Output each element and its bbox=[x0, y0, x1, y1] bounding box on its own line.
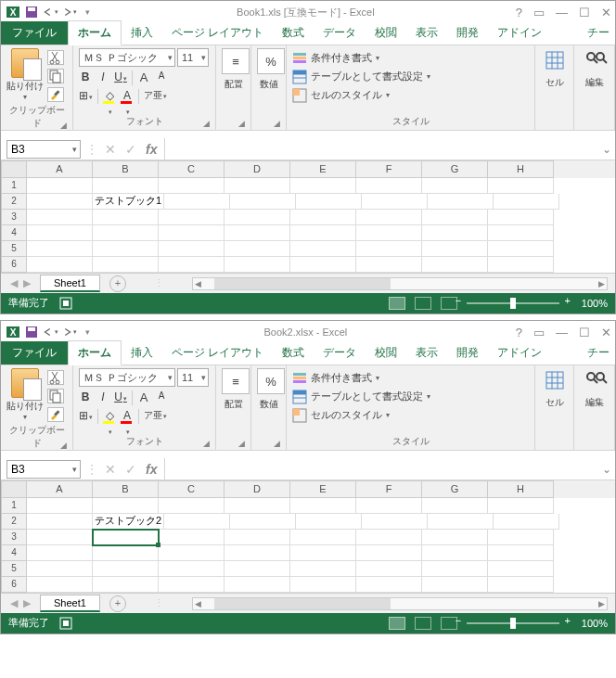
format-as-table-button[interactable]: テーブルとして書式設定 ▾ bbox=[292, 67, 529, 85]
cell-H5[interactable] bbox=[488, 241, 554, 257]
row-header-1[interactable]: 1 bbox=[1, 498, 27, 514]
col-header-E[interactable]: E bbox=[290, 160, 356, 178]
cell-A1[interactable] bbox=[27, 178, 93, 194]
conditional-formatting-button[interactable]: 条件付き書式 ▾ bbox=[292, 368, 529, 387]
col-header-F[interactable]: F bbox=[356, 160, 422, 178]
cell-F1[interactable] bbox=[356, 178, 422, 194]
cell-D2[interactable] bbox=[230, 514, 296, 530]
minimize-icon[interactable]: — bbox=[556, 326, 568, 339]
col-header-E[interactable]: E bbox=[290, 480, 356, 498]
tab-data[interactable]: データ bbox=[314, 341, 366, 365]
sheet-nav-next-icon[interactable]: ▶ bbox=[23, 597, 31, 609]
cell-H4[interactable] bbox=[488, 225, 554, 241]
tab-pagelayout[interactable]: ページ レイアウト bbox=[162, 341, 273, 365]
sheet-tab[interactable]: Sheet1 bbox=[40, 275, 100, 292]
insert-function-icon[interactable]: fx bbox=[146, 462, 157, 477]
cell-G5[interactable] bbox=[422, 241, 488, 257]
cell-D3[interactable] bbox=[225, 530, 290, 545]
bold-button[interactable]: B bbox=[79, 390, 92, 405]
formula-input[interactable] bbox=[164, 458, 598, 480]
cell-A2[interactable] bbox=[27, 514, 93, 530]
find-button[interactable] bbox=[584, 370, 605, 392]
cell-H5[interactable] bbox=[488, 561, 554, 577]
cell-C4[interactable] bbox=[159, 225, 225, 241]
sheet-tab[interactable]: Sheet1 bbox=[40, 595, 100, 612]
tab-pagelayout[interactable]: ページ レイアウト bbox=[162, 21, 273, 45]
page-layout-view-icon[interactable] bbox=[415, 297, 431, 310]
bold-button[interactable]: B bbox=[79, 70, 92, 85]
cell-D5[interactable] bbox=[225, 561, 290, 577]
row-header-4[interactable]: 4 bbox=[1, 545, 27, 561]
cell-H1[interactable] bbox=[488, 498, 554, 514]
sheet-nav-prev-icon[interactable]: ◀ bbox=[10, 597, 18, 609]
tab-file[interactable]: ファイル bbox=[1, 341, 68, 365]
tab-addins[interactable]: アドイン bbox=[488, 21, 551, 45]
qat-customize-icon[interactable]: ▾ bbox=[79, 4, 96, 20]
cell-F3[interactable] bbox=[356, 530, 422, 545]
number-dialog-icon[interactable]: ◢ bbox=[274, 119, 280, 128]
border-button[interactable]: ⊞ bbox=[79, 89, 93, 104]
row-header-5[interactable]: 5 bbox=[1, 241, 27, 257]
help-icon[interactable]: ? bbox=[516, 326, 522, 339]
font-size-combo[interactable]: 11 bbox=[177, 48, 209, 67]
cell-G4[interactable] bbox=[422, 225, 488, 241]
cell-A2[interactable] bbox=[27, 194, 93, 210]
cell-B5[interactable] bbox=[93, 561, 159, 577]
cells-button[interactable] bbox=[545, 370, 565, 392]
find-button[interactable] bbox=[584, 50, 605, 72]
cell-C3[interactable] bbox=[159, 210, 225, 225]
cell-H1[interactable] bbox=[488, 178, 554, 194]
zoom-slider[interactable] bbox=[467, 622, 559, 624]
col-header-A[interactable]: A bbox=[27, 160, 93, 178]
ribbon-options-icon[interactable]: ▭ bbox=[533, 6, 545, 19]
horizontal-scrollbar[interactable]: ◀▶ bbox=[192, 597, 608, 610]
cell-F2[interactable] bbox=[362, 194, 428, 210]
col-header-C[interactable]: C bbox=[159, 480, 225, 498]
cell-E4[interactable] bbox=[290, 545, 356, 561]
cell-C5[interactable] bbox=[159, 241, 225, 257]
cut-button[interactable] bbox=[47, 50, 64, 65]
cell-D1[interactable] bbox=[225, 178, 290, 194]
format-as-table-button[interactable]: テーブルとして書式設定 ▾ bbox=[292, 387, 529, 405]
zoom-slider[interactable] bbox=[467, 302, 559, 304]
insert-function-icon[interactable]: fx bbox=[146, 142, 157, 157]
maximize-icon[interactable]: ☐ bbox=[579, 326, 590, 339]
cell-F4[interactable] bbox=[356, 225, 422, 241]
italic-button[interactable]: I bbox=[96, 390, 109, 405]
macro-record-icon[interactable] bbox=[58, 296, 73, 311]
undo-button[interactable]: ▾ bbox=[42, 324, 58, 340]
copy-button[interactable] bbox=[47, 69, 64, 83]
name-box[interactable]: B3 bbox=[6, 140, 81, 159]
cells-button[interactable] bbox=[545, 50, 565, 72]
cell-F5[interactable] bbox=[356, 241, 422, 257]
tab-developer[interactable]: 開発 bbox=[447, 341, 488, 365]
cell-G5[interactable] bbox=[422, 561, 488, 577]
name-box[interactable]: B3 bbox=[6, 460, 81, 479]
cell-G6[interactable] bbox=[422, 257, 488, 273]
redo-button[interactable]: ▾ bbox=[60, 324, 77, 340]
font-size-combo[interactable]: 11 bbox=[177, 368, 209, 387]
cell-G1[interactable] bbox=[422, 178, 488, 194]
cell-B2[interactable]: テストブック2 bbox=[93, 514, 164, 530]
cancel-formula-icon[interactable]: ✕ bbox=[105, 142, 116, 157]
cell-E5[interactable] bbox=[290, 241, 356, 257]
tab-team[interactable]: チー bbox=[578, 341, 615, 365]
fill-color-button[interactable]: ◇ bbox=[103, 89, 116, 104]
cell-H4[interactable] bbox=[488, 545, 554, 561]
sheet-nav-prev-icon[interactable]: ◀ bbox=[10, 277, 18, 289]
col-header-G[interactable]: G bbox=[422, 160, 488, 178]
tab-view[interactable]: 表示 bbox=[406, 21, 447, 45]
font-color-button[interactable]: A bbox=[121, 89, 134, 104]
cell-D6[interactable] bbox=[225, 257, 290, 273]
cell-D2[interactable] bbox=[230, 194, 296, 210]
cell-F3[interactable] bbox=[356, 210, 422, 225]
font-dialog-icon[interactable]: ◢ bbox=[203, 119, 210, 128]
cell-C4[interactable] bbox=[159, 545, 225, 561]
excel-icon[interactable]: X bbox=[5, 324, 21, 340]
cell-E4[interactable] bbox=[290, 225, 356, 241]
expand-formula-icon[interactable]: ⌄ bbox=[598, 463, 615, 476]
cell-B1[interactable] bbox=[93, 498, 159, 514]
cell-C2[interactable] bbox=[164, 194, 230, 210]
font-color-button[interactable]: A bbox=[121, 409, 134, 424]
maximize-icon[interactable]: ☐ bbox=[579, 6, 590, 19]
